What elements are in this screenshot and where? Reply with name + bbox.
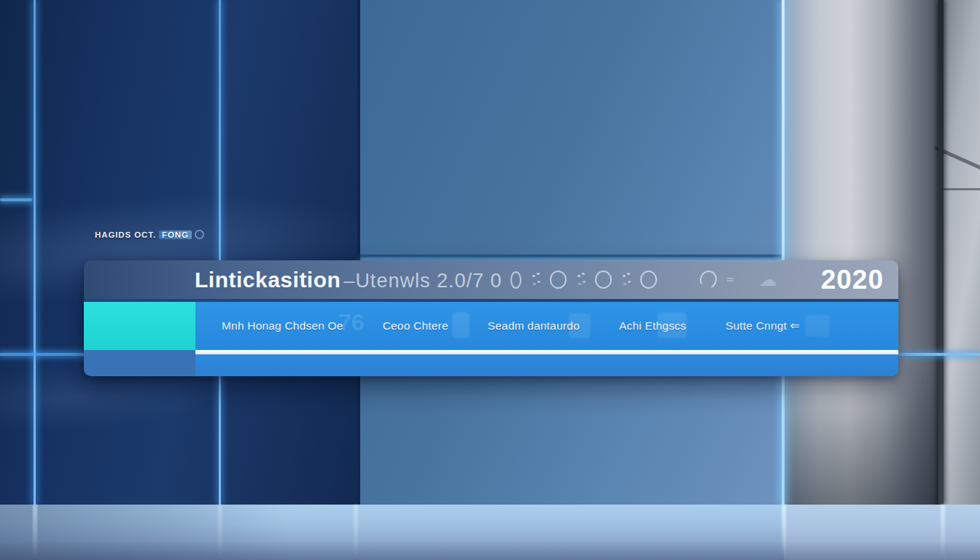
lower-right-block	[195, 350, 898, 376]
menu-item-1[interactable]: Mnh Honag Chdsen Oe	[222, 319, 343, 332]
glow-line-vertical	[219, 0, 221, 505]
floor-edge-shade	[0, 541, 980, 560]
ring-icon	[595, 271, 612, 289]
ring-icon	[640, 271, 657, 289]
bottom-strip	[195, 354, 898, 376]
panel-title-sub: –Utenwls 2.0/7 0	[343, 270, 502, 292]
lower-left-block	[84, 350, 195, 376]
panel-header: Lintickasition –Utenwls 2.0/7 0 2020	[84, 260, 898, 299]
menu-item-5[interactable]: Sutte Cnngt ⇐	[726, 319, 800, 332]
scene: HAGIDS OCT. FONG Lintickasition –Utenwls…	[0, 0, 980, 560]
circle-icon	[195, 230, 204, 239]
menubar: 76 Mnh Honag Chdsen Oe Ceoo Chtere Seadm…	[84, 302, 898, 350]
panel-lower	[84, 350, 898, 376]
backdrop-label: HAGIDS OCT. FONG	[95, 230, 204, 239]
watermark-ghost	[805, 315, 830, 337]
panel-title-main: Lintickasition	[195, 268, 341, 292]
dots-icon	[576, 273, 586, 287]
watermark-ghost	[452, 312, 470, 338]
wall-center-blue	[357, 0, 787, 505]
active-highlight-block[interactable]	[84, 302, 195, 350]
glow-line-vertical	[34, 0, 36, 505]
backdrop-label-text: HAGIDS OCT.	[95, 230, 156, 239]
cloud-icon	[759, 269, 777, 290]
open-ring-icon	[698, 268, 720, 291]
floating-panel: Lintickasition –Utenwls 2.0/7 0 2020 76 …	[84, 260, 898, 376]
wall-seam-dark	[938, 0, 944, 505]
wall-far-right	[944, 0, 980, 505]
panel-title: Lintickasition –Utenwls 2.0/7 0	[195, 268, 502, 292]
ring-icon	[550, 271, 567, 289]
menu-item-3[interactable]: Seadm dantaurdo	[488, 319, 580, 332]
glow-line-segment	[0, 198, 32, 201]
year-badge: 2020	[821, 265, 884, 295]
wall-seam	[360, 254, 784, 257]
header-icon-row	[510, 269, 777, 290]
panel-body: 76 Mnh Honag Chdsen Oe Ceoo Chtere Seadm…	[84, 299, 898, 376]
wall-right-grey	[784, 0, 940, 505]
squiggle-icon	[726, 273, 733, 287]
dots-icon	[621, 273, 631, 287]
menu-nav: 76 Mnh Honag Chdsen Oe Ceoo Chtere Seadm…	[195, 302, 898, 350]
glow-line-bright	[782, 0, 785, 505]
dots-icon	[531, 273, 540, 287]
oval-ring-icon	[510, 271, 521, 289]
menu-item-4[interactable]: Achi Ethgscs	[619, 319, 686, 332]
backdrop-label-highlight: FONG	[159, 230, 192, 239]
menu-item-2[interactable]: Ceoo Chtere	[383, 319, 448, 332]
